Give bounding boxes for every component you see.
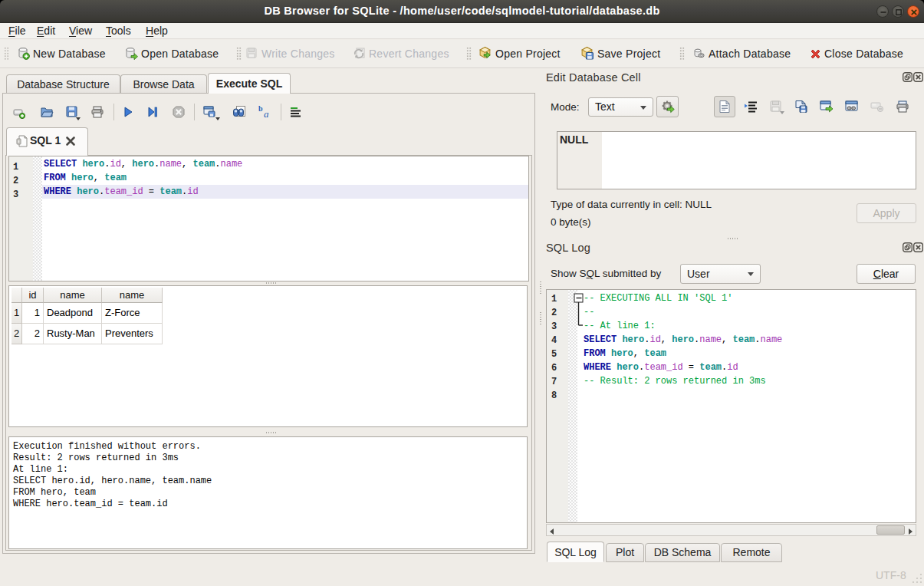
svg-text:a: a — [264, 108, 269, 120]
svg-text:b: b — [258, 104, 263, 113]
